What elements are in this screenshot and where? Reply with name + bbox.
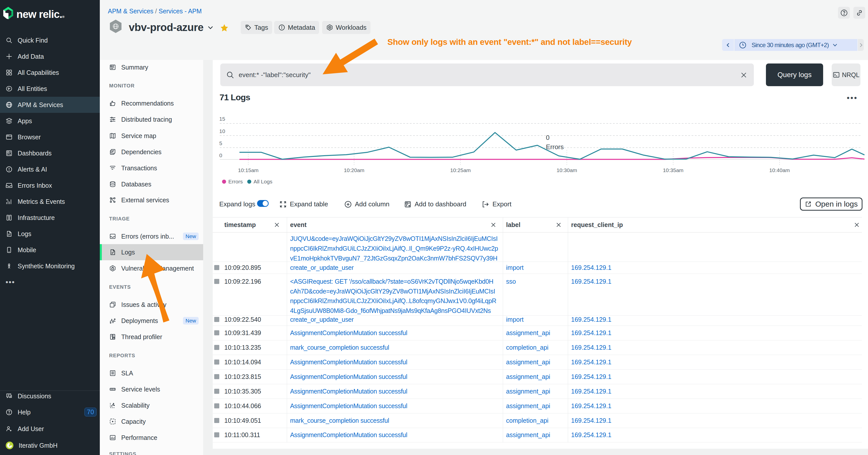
svg-text:Errors: Errors	[228, 178, 243, 185]
svg-text:10:30am: 10:30am	[557, 167, 577, 173]
svg-text:All Logs: All Logs	[253, 178, 273, 185]
svg-text:0: 0	[546, 134, 550, 141]
svg-text:10: 10	[219, 128, 225, 134]
svg-text:10:20am: 10:20am	[344, 167, 365, 173]
svg-text:10:35am: 10:35am	[663, 167, 683, 173]
svg-text:10:25am: 10:25am	[450, 167, 471, 173]
svg-text:5: 5	[219, 140, 222, 146]
svg-text:10:15am: 10:15am	[238, 167, 258, 173]
svg-text:0: 0	[219, 153, 222, 158]
svg-text:10:40am: 10:40am	[769, 167, 790, 173]
svg-text:15: 15	[219, 116, 225, 122]
svg-text:Errors: Errors	[546, 143, 564, 151]
